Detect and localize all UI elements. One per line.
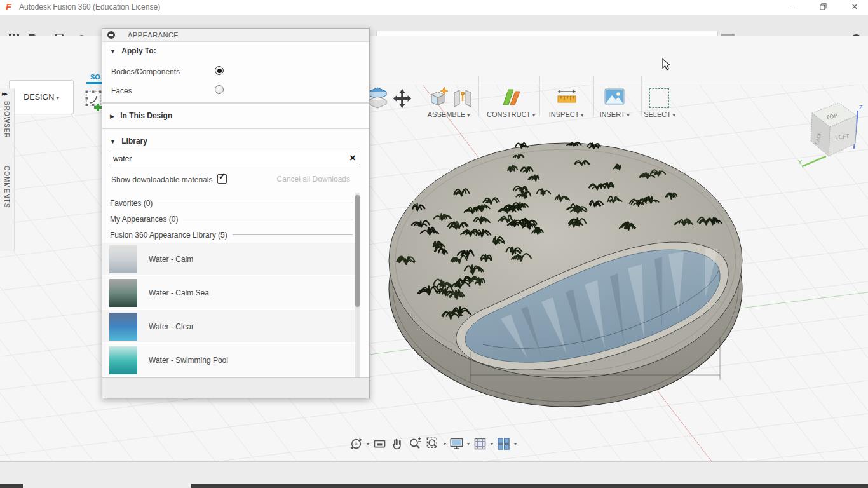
group-label-inspect[interactable]: INSPECT ▾ — [541, 111, 592, 119]
appearance-item-label: Water - Swimming Pool — [149, 356, 228, 365]
cancel-downloads-link[interactable]: Cancel all Downloads — [277, 175, 350, 184]
toolbar-divider — [641, 76, 642, 116]
collapse-caret-icon: ▼ — [110, 139, 116, 145]
minimize-button[interactable]: – — [783, 0, 802, 15]
display-settings-caret-icon[interactable]: ▾ — [467, 441, 470, 447]
option-faces-label: Faces — [111, 86, 132, 95]
move-icon[interactable] — [391, 88, 413, 112]
search-clear-icon[interactable]: × — [346, 152, 359, 165]
close-window-button[interactable]: × — [845, 0, 864, 15]
pan-icon[interactable] — [390, 437, 405, 451]
group-label-select[interactable]: SELECT ▾ — [634, 111, 685, 119]
toolbar-divider — [478, 76, 479, 116]
library-group-favorites[interactable]: Favorites (0) — [110, 195, 353, 211]
orbit-icon[interactable] — [349, 437, 363, 451]
list-scrollbar-thumb[interactable] — [355, 195, 360, 307]
grid-snap-icon[interactable] — [473, 437, 487, 451]
expand-panel-icon[interactable]: ▶▶ — [2, 92, 6, 97]
apply-to-section-header[interactable]: ▼ Apply To: — [110, 46, 156, 55]
display-settings-icon[interactable] — [449, 437, 464, 451]
construct-plane-icon[interactable] — [500, 86, 523, 111]
appearance-dialog: APPEARANCE ▼ Apply To: Bodies/Components… — [102, 28, 370, 398]
browser-tab[interactable]: BROWSER — [3, 101, 10, 139]
collapse-caret-icon: ▼ — [110, 48, 116, 55]
timeline-scrollbar-thumb[interactable] — [23, 484, 191, 488]
appearance-list: Water - CalmWater - Calm SeaWater - Clea… — [102, 243, 355, 377]
dialog-divider — [102, 128, 369, 129]
mouse-cursor — [662, 58, 671, 71]
measure-icon[interactable] — [555, 88, 578, 109]
appearance-item[interactable]: Water - Swimming Pool — [102, 344, 355, 377]
viewcube-axis-y-label: Y — [798, 159, 802, 165]
appearance-item[interactable]: Water - Calm — [102, 243, 355, 276]
appearance-item-label: Water - Calm — [149, 255, 193, 264]
viewports-caret-icon[interactable]: ▾ — [514, 441, 517, 447]
library-group-my-appearances[interactable]: My Appearances (0) — [110, 211, 353, 227]
appearance-item-label: Water - Calm Sea — [149, 288, 209, 297]
appearance-item[interactable]: Water - Clear — [102, 310, 355, 344]
section-rule — [158, 203, 353, 203]
dialog-divider — [102, 102, 369, 104]
radio-bodies-components[interactable] — [215, 66, 224, 75]
select-box-icon[interactable] — [649, 88, 669, 108]
insert-image-icon[interactable] — [603, 86, 626, 111]
fit-icon[interactable] — [426, 437, 440, 451]
show-downloadable-checkbox[interactable]: ✓ — [217, 174, 227, 184]
section-rule — [183, 219, 353, 219]
library-section-header[interactable]: ▼ Library — [110, 137, 147, 146]
option-bodies-components-label: Bodies/Components — [111, 67, 180, 76]
zoom-icon[interactable] — [408, 437, 423, 451]
design-caret-icon: ▾ — [57, 95, 59, 101]
view-navigation-bar: ▾▾▾▾▾ — [349, 437, 517, 451]
fit-caret-icon[interactable]: ▾ — [444, 441, 446, 447]
group-label-construct[interactable]: CONSTRUCT ▾ — [482, 111, 540, 119]
expand-caret-icon: ▶ — [110, 113, 114, 119]
appearance-item[interactable]: Water - Calm Sea — [102, 276, 355, 310]
restore-icon — [820, 3, 827, 10]
viewports-icon[interactable] — [496, 437, 511, 451]
comments-tab[interactable]: COMMENTS — [3, 166, 10, 208]
dialog-header[interactable]: APPEARANCE — [102, 29, 369, 42]
look-at-icon[interactable] — [372, 437, 387, 451]
tab-solid-partial[interactable]: SO — [90, 73, 100, 81]
show-downloadable-label: Show downloadable materials — [111, 175, 212, 184]
appearance-thumbnail[interactable] — [109, 313, 137, 341]
checkmark-icon: ✓ — [219, 172, 226, 181]
library-group-fusion-library[interactable]: Fusion 360 Appearance Library (5) — [110, 227, 353, 243]
grid-snap-caret-icon[interactable]: ▾ — [491, 441, 493, 447]
fusion360-window: F Autodesk Fusion 360 (Education License… — [0, 0, 868, 488]
3d-model-grass-pool-base — [389, 142, 742, 407]
toolbar-divider — [539, 76, 540, 116]
app-title: Autodesk Fusion 360 (Education License) — [19, 3, 160, 11]
appearance-thumbnail[interactable] — [109, 279, 137, 307]
group-label-insert[interactable]: INSERT ▾ — [589, 111, 640, 119]
solid-tab-underline — [86, 82, 102, 84]
view-cube[interactable]: Y Z TOP LEFT BACK — [797, 93, 868, 172]
dialog-grip-icon[interactable] — [107, 31, 115, 39]
orbit-caret-icon[interactable]: ▾ — [367, 441, 369, 447]
group-label-assemble[interactable]: ASSEMBLE ▾ — [419, 111, 478, 119]
dialog-footer: i Close — [102, 377, 369, 398]
joint-icon[interactable] — [452, 88, 473, 111]
appearance-item-label: Water - Clear — [149, 322, 194, 331]
fusion-logo-icon: F — [6, 1, 11, 12]
restore-button[interactable] — [813, 0, 832, 15]
appearance-thumbnail[interactable] — [109, 245, 137, 273]
design-label: DESIGN — [24, 93, 54, 102]
toolbar-divider — [593, 76, 594, 116]
radio-faces[interactable] — [215, 85, 224, 94]
timeline-bar: + — [0, 461, 868, 484]
workspace-selector-design[interactable]: DESIGN ▾ — [9, 80, 74, 114]
title-bar: F Autodesk Fusion 360 (Education License… — [0, 0, 868, 15]
new-component-icon[interactable] — [427, 86, 450, 111]
in-this-design-section-header[interactable]: ▶ In This Design — [110, 111, 172, 120]
library-search-input[interactable] — [109, 152, 360, 165]
dialog-title: APPEARANCE — [128, 31, 179, 39]
left-panel-strip: ▶▶ BROWSER COMMENTS — [0, 88, 15, 251]
viewcube-axis-z-label: Z — [859, 104, 863, 111]
section-rule — [233, 234, 353, 235]
appearance-thumbnail[interactable] — [109, 346, 137, 374]
create-sketch-icon[interactable] — [85, 86, 102, 118]
